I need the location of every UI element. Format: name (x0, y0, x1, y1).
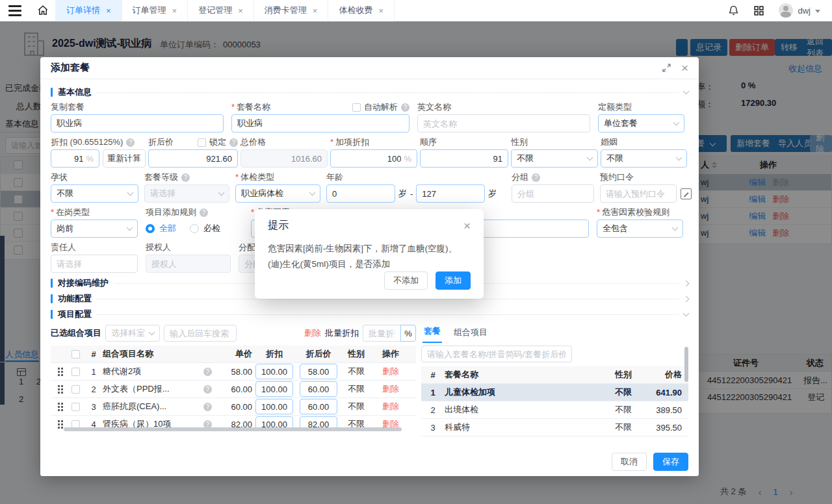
field-label: 总价格 (240, 136, 266, 148)
discount-input[interactable] (57, 154, 83, 164)
drag-handle-icon[interactable] (51, 403, 66, 410)
radio-all[interactable] (146, 224, 155, 233)
after-price-cell-input[interactable]: 58.00 (300, 364, 337, 379)
expand-icon[interactable] (683, 280, 690, 286)
search-input[interactable] (170, 329, 231, 338)
drag-handle-icon[interactable] (51, 385, 66, 393)
delete-link[interactable]: 删除 (372, 383, 410, 395)
age-from-input[interactable] (332, 189, 389, 199)
cancel-button[interactable]: 取消 (612, 453, 647, 471)
close-icon[interactable] (238, 6, 243, 16)
delete-link[interactable]: 删除 (372, 366, 410, 377)
tab-exam-charge[interactable]: 体检收费 (328, 0, 395, 21)
radio-required[interactable] (190, 224, 199, 233)
vertical-scrollbar[interactable] (684, 347, 688, 382)
package-search[interactable] (421, 346, 572, 362)
package-search-input[interactable] (427, 349, 566, 359)
tab-combo-items[interactable]: 组合项目 (452, 325, 489, 343)
item-search-input[interactable] (164, 325, 237, 342)
batch-discount-input[interactable] (363, 325, 400, 342)
age-to-input[interactable] (422, 189, 479, 199)
package-price: 395.50 (642, 423, 688, 433)
hazard-rule-select[interactable]: 全包含 (597, 220, 683, 238)
responsible-input[interactable] (57, 259, 132, 269)
quota-type-select[interactable]: 单位套餐 (598, 114, 684, 132)
tab-order-manage[interactable]: 订单管理 (122, 0, 188, 21)
row-checkbox[interactable] (72, 403, 80, 411)
select-value: 不限 (57, 188, 73, 199)
discount-cell-input[interactable]: 100.00 (255, 399, 293, 414)
no-add-button[interactable]: 不添加 (384, 271, 428, 290)
close-icon[interactable] (313, 6, 318, 16)
close-icon[interactable] (106, 6, 111, 16)
info-icon[interactable] (203, 368, 212, 376)
row-checkbox[interactable] (72, 368, 80, 376)
add-button[interactable]: 添加 (436, 271, 471, 290)
package-row[interactable]: 2 出境体检 不限 389.50 (421, 401, 688, 419)
close-icon[interactable] (172, 6, 177, 16)
package-name-input[interactable] (237, 119, 404, 129)
horizontal-scrollbar[interactable] (64, 427, 402, 431)
department-select[interactable]: 选择科室 (105, 325, 160, 342)
field-label: 顺序 (420, 136, 437, 148)
save-button[interactable]: 保存 (653, 453, 688, 471)
tab-card-manage[interactable]: 消费卡管理 (254, 0, 329, 21)
info-icon[interactable] (203, 403, 212, 411)
modal-footer: 取消 保存 (40, 447, 699, 476)
discount-cell-input[interactable]: 100.00 (255, 381, 293, 397)
info-icon[interactable] (203, 385, 212, 394)
group-input[interactable] (517, 189, 588, 199)
tab-register-manage[interactable]: 登记管理 (188, 0, 254, 21)
home-icon[interactable] (30, 0, 56, 21)
field-label: 折扣 (90.655125%) (51, 136, 123, 148)
modal-header: 添加套餐 (40, 57, 699, 79)
row-checkbox[interactable] (72, 385, 80, 394)
discounted-price-input[interactable] (154, 154, 232, 164)
table-header: # 组合项目名称 单价 折扣 折后价 性别 操作 (51, 346, 416, 363)
after-price-cell-input[interactable]: 60.00 (300, 381, 337, 397)
package-row[interactable]: 3 科威特 不限 395.50 (421, 419, 688, 436)
menu-icon[interactable] (0, 0, 30, 21)
bell-icon[interactable] (728, 5, 739, 16)
pregnancy-select[interactable]: 不限 (51, 184, 138, 203)
tab-package[interactable]: 套餐 (422, 324, 442, 343)
select-value: 职业病体检 (241, 188, 283, 199)
booking-code-input[interactable] (606, 189, 671, 199)
post-type-select[interactable]: 岗前 (51, 220, 138, 238)
tab-order-detail[interactable]: 订单详情 (56, 0, 122, 21)
batch-delete-link[interactable]: 删除 (304, 327, 321, 339)
drag-handle-icon[interactable] (51, 368, 66, 375)
section-project-config: 项目配置 (51, 307, 688, 322)
field-discounted-price: 折后价 锁定 (148, 135, 238, 168)
expand-icon[interactable] (683, 296, 690, 302)
collapse-icon[interactable] (683, 88, 690, 95)
discount-cell-input[interactable]: 100.00 (255, 364, 293, 379)
lock-checkbox[interactable] (198, 138, 206, 147)
tab-label: 套餐 (424, 326, 441, 336)
exam-type-select[interactable]: 职业病体检 (235, 184, 320, 203)
collapse-icon[interactable] (683, 310, 690, 317)
after-price-cell-input[interactable]: 60.00 (300, 399, 337, 414)
apps-grid-icon[interactable] (753, 5, 764, 16)
fullscreen-icon[interactable] (662, 64, 671, 72)
sequence-input[interactable] (426, 154, 502, 164)
gender-select[interactable]: 不限 (511, 149, 598, 168)
copy-package-input[interactable] (57, 119, 218, 129)
recalculate-button[interactable]: 重新计算 (103, 149, 146, 168)
info-icon (229, 138, 238, 147)
close-icon[interactable] (378, 6, 384, 16)
add-item-discount-input[interactable] (336, 154, 401, 164)
package-row-selected[interactable]: 1 儿童体检加项 不限 641.90 (421, 384, 688, 401)
close-icon[interactable] (681, 62, 688, 74)
select-placeholder: 选择科室 (111, 327, 145, 339)
drag-handle-icon[interactable] (51, 420, 66, 428)
user-menu[interactable]: dwj (779, 3, 820, 18)
delete-link[interactable]: 删除 (372, 401, 410, 412)
edit-icon[interactable] (681, 188, 692, 199)
english-name-input[interactable] (423, 119, 584, 129)
marriage-select[interactable]: 不限 (601, 149, 687, 168)
select-all-checkbox[interactable] (72, 350, 80, 359)
auto-parse-checkbox[interactable] (352, 103, 361, 112)
close-icon[interactable] (463, 220, 471, 232)
batch-input[interactable] (369, 329, 395, 338)
